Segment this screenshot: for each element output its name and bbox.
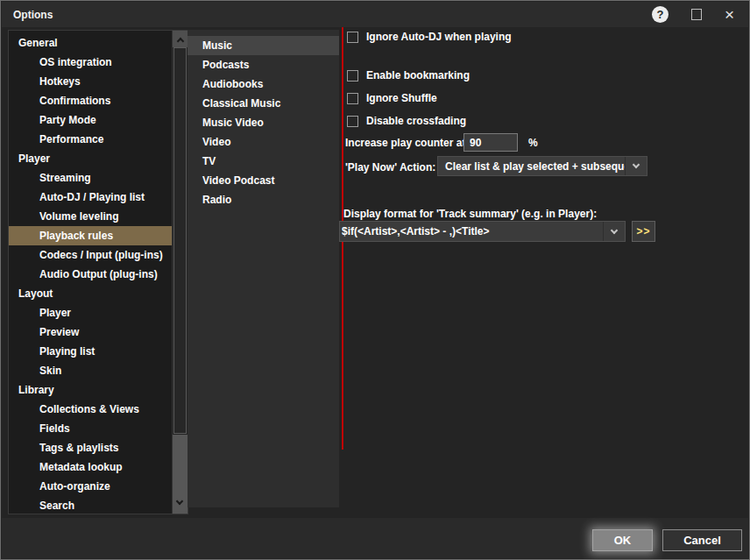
tree-item[interactable]: Audio Output (plug-ins): [9, 265, 188, 284]
media-type-label: Podcasts: [202, 59, 249, 71]
tree-item[interactable]: Auto-organize: [9, 477, 188, 496]
tree-item-label: Layout: [18, 287, 53, 300]
tree-item[interactable]: Performance: [9, 130, 188, 149]
checkbox-label: Ignore Shuffle: [366, 92, 437, 104]
tree-item[interactable]: Preview: [9, 323, 188, 342]
media-type-item[interactable]: Video Podcast: [188, 171, 339, 190]
media-type-item[interactable]: Music Video: [188, 113, 339, 132]
tree-scrollbar[interactable]: [172, 31, 188, 514]
chevron-up-icon: [176, 37, 183, 44]
media-type-list: Music Podcasts Audiobooks Classical Musi…: [188, 30, 339, 507]
play-now-dropdown[interactable]: Clear list & play selected + subsequent: [437, 156, 647, 176]
tree-item[interactable]: Fields: [9, 419, 188, 438]
checkbox-row[interactable]: Enable bookmarking: [347, 66, 470, 85]
play-now-selected-value: Clear list & play selected + subsequent: [438, 160, 625, 173]
tree-item[interactable]: Codecs / Input (plug-ins): [9, 245, 188, 265]
checkbox-row[interactable]: Ignore Auto-DJ when playing: [347, 27, 512, 46]
tree-item-label: Metadata lookup: [39, 461, 123, 473]
tree-item-label: Party Mode: [39, 114, 96, 126]
tree-item[interactable]: OS integration: [9, 53, 188, 72]
checkbox-label: Enable bookmarking: [366, 69, 470, 82]
tree-item[interactable]: Metadata lookup: [9, 457, 188, 477]
tree-item-label: Skin: [39, 365, 61, 377]
media-type-label: Audiobooks: [202, 78, 263, 90]
tree-item[interactable]: Confirmations: [9, 91, 188, 110]
format-helper-button[interactable]: >>: [632, 221, 655, 242]
media-type-item[interactable]: Video: [188, 132, 339, 152]
media-type-label: Video: [202, 136, 230, 148]
media-type-item[interactable]: Radio: [188, 190, 339, 209]
tree-item-label: Preview: [39, 326, 79, 338]
display-format-combobox[interactable]: $if(<Artist>,<Artist> - ,)<Title>: [339, 221, 626, 242]
ok-button[interactable]: OK: [592, 529, 653, 551]
tree-item[interactable]: Auto-DJ / Playing list: [9, 188, 188, 207]
tree-item[interactable]: Player: [9, 149, 188, 168]
tree-item-label: Library: [18, 384, 54, 396]
tree-item-label: Playback rules: [39, 230, 113, 242]
tree-item[interactable]: Streaming: [9, 168, 188, 188]
tree-item-label: Confirmations: [39, 95, 110, 107]
scroll-up-button[interactable]: [173, 31, 188, 47]
options-dialog: Options ? × General OS integration Hotke…: [0, 0, 750, 560]
dropdown-arrow[interactable]: [625, 157, 647, 175]
media-type-label: Music: [202, 39, 232, 52]
media-type-item[interactable]: Podcasts: [188, 55, 339, 74]
tree-item-label: Collections & Views: [39, 403, 139, 415]
tree-item-label: Auto-organize: [39, 480, 110, 493]
tree-item-label: Auto-DJ / Playing list: [39, 191, 145, 203]
tree-item[interactable]: General: [9, 33, 188, 53]
media-type-label: Video Podcast: [202, 174, 274, 187]
maximize-icon[interactable]: [691, 9, 702, 20]
tree-item[interactable]: Playback rules: [9, 226, 188, 245]
play-counter-row: Increase play counter at: %: [345, 133, 469, 152]
tree-item[interactable]: Search: [9, 496, 188, 514]
tree-item[interactable]: Layout: [9, 284, 188, 303]
media-type-item[interactable]: Music: [188, 36, 339, 55]
tree-item-label: Streaming: [39, 172, 91, 184]
tree-item[interactable]: Playing list: [9, 342, 188, 361]
checkbox-row[interactable]: Disable crossfading: [347, 111, 466, 131]
tree-item[interactable]: Tags & playlists: [9, 438, 188, 457]
display-format-label: Display format for 'Track summary' (e.g.…: [343, 208, 597, 220]
tree-item-label: OS integration: [39, 56, 112, 68]
tree-item[interactable]: Library: [9, 380, 188, 400]
media-type-item[interactable]: Audiobooks: [188, 74, 339, 94]
tree-item[interactable]: Player: [9, 303, 188, 323]
help-icon[interactable]: ?: [652, 6, 669, 23]
tree-item[interactable]: Skin: [9, 361, 188, 380]
play-now-row: 'Play Now' Action: Clear list & play sel…: [345, 157, 435, 177]
media-type-item[interactable]: Classical Music: [188, 94, 339, 113]
display-format-value: $if(<Artist>,<Artist> - ,)<Title>: [340, 225, 603, 237]
dropdown-arrow[interactable]: [603, 222, 625, 241]
tree-item[interactable]: Hotkeys: [9, 72, 188, 91]
tree-item[interactable]: Party Mode: [9, 110, 188, 130]
scrollbar-thumb[interactable]: [173, 47, 187, 434]
tree-item-label: Hotkeys: [39, 75, 81, 88]
cancel-button[interactable]: Cancel: [662, 529, 742, 551]
tree-item-label: Codecs / Input (plug-ins): [39, 249, 163, 261]
checkbox[interactable]: [347, 32, 358, 43]
playback-rules-panel: Enable bookmarking Ignore Shuffle Disabl…: [345, 27, 744, 518]
options-tree: General OS integration Hotkeys Confirmat…: [8, 30, 188, 514]
tree-item[interactable]: Volume leveling: [9, 207, 188, 226]
scroll-down-button[interactable]: [173, 435, 188, 514]
tree-item-label: General: [18, 37, 58, 49]
tree-item-label: Search: [39, 500, 74, 512]
titlebar: Options ? ×: [2, 2, 748, 27]
tree-item-label: Audio Output (plug-ins): [39, 268, 158, 280]
checkbox[interactable]: [347, 93, 358, 104]
footer: OK Cancel: [2, 518, 748, 558]
media-type-item[interactable]: TV: [188, 152, 339, 171]
play-counter-input[interactable]: [463, 133, 518, 152]
checkbox-label: Ignore Auto-DJ when playing: [366, 31, 512, 43]
checkbox[interactable]: [347, 70, 358, 82]
tree-item-label: Tags & playlists: [39, 442, 118, 454]
chevron-down-icon: [611, 226, 618, 233]
close-icon[interactable]: ×: [725, 6, 734, 23]
percent-suffix: %: [528, 137, 538, 149]
checkbox-row[interactable]: Ignore Shuffle: [347, 89, 437, 108]
checkbox[interactable]: [347, 116, 358, 127]
tree-item[interactable]: Collections & Views: [9, 400, 188, 419]
tree-item-label: Player: [18, 152, 50, 165]
media-type-label: TV: [202, 155, 216, 167]
